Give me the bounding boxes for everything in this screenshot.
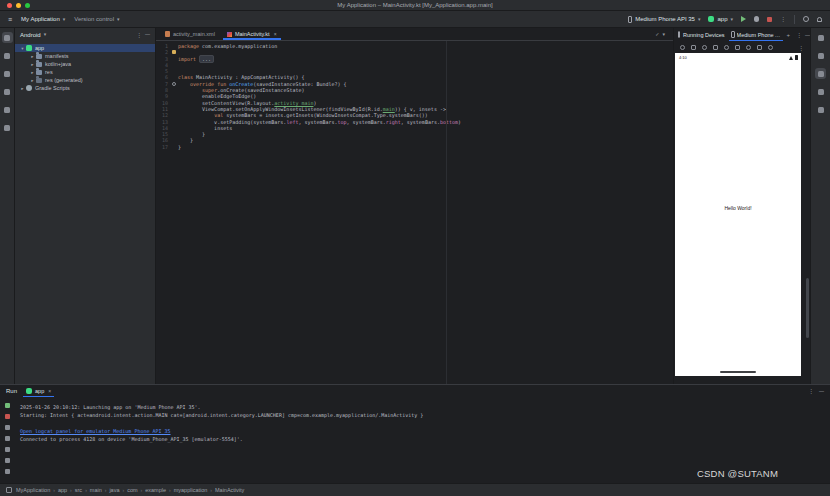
rerun-icon[interactable] xyxy=(3,401,12,409)
rotate-left-icon[interactable] xyxy=(713,45,718,50)
close-window-button[interactable] xyxy=(7,3,12,8)
vcs-widget[interactable]: Version control ▾ xyxy=(74,16,119,22)
device-tab[interactable]: Medium Phone API 35 xyxy=(728,28,784,41)
screenshot-icon[interactable] xyxy=(768,45,773,50)
breadcrumb-app[interactable]: app xyxy=(58,487,67,493)
breadcrumb-example[interactable]: example xyxy=(145,487,166,493)
tree-item-kotlin-java[interactable]: ▸kotlin+java xyxy=(15,60,155,68)
run-button[interactable] xyxy=(741,16,746,22)
hide-panel-icon[interactable]: — xyxy=(145,32,150,37)
kotlin-file-icon xyxy=(227,32,232,37)
add-device-button[interactable]: + xyxy=(787,32,791,38)
code-text: } xyxy=(178,144,181,150)
tool-windows-icon[interactable] xyxy=(6,487,12,493)
breadcrumb-main[interactable]: main xyxy=(90,487,102,493)
restart-activity-icon[interactable] xyxy=(3,423,12,431)
debug-button[interactable] xyxy=(754,16,759,22)
panel-options-icon[interactable]: ⋮ xyxy=(808,388,814,394)
tree-item-res[interactable]: ▸res xyxy=(15,68,155,76)
close-icon[interactable]: × xyxy=(48,388,51,394)
power-icon[interactable] xyxy=(680,45,685,50)
commit-icon[interactable] xyxy=(2,50,13,61)
main-menu-icon[interactable]: ≡ xyxy=(8,16,12,23)
folder-generated-icon xyxy=(36,78,42,83)
logcat-link[interactable]: Open logcat panel for emulator Medium Ph… xyxy=(20,427,830,435)
inspections-widget[interactable]: ✓ ▾ xyxy=(655,31,665,37)
breadcrumb-separator-icon: › xyxy=(141,487,143,493)
tree-collapsed-arrow-icon[interactable]: ▸ xyxy=(29,70,36,75)
bookmarks-icon[interactable] xyxy=(2,104,13,115)
project-view-selector[interactable]: Android xyxy=(20,32,41,38)
structure-icon[interactable] xyxy=(2,86,13,97)
stop-button[interactable] xyxy=(767,17,772,22)
pin-tab-icon[interactable] xyxy=(3,434,12,442)
code-lines: 1package com.example.myapplication23impo… xyxy=(156,43,673,150)
breadcrumb-separator-icon: › xyxy=(70,487,72,493)
run-configuration-selector[interactable]: app ▾ xyxy=(708,16,733,22)
minimize-window-button[interactable] xyxy=(16,3,21,8)
back-icon[interactable] xyxy=(735,45,740,50)
status-bar: MyApplication›app›src›main›java›com›exam… xyxy=(0,483,830,496)
stop-icon[interactable] xyxy=(3,412,12,420)
rotate-right-icon[interactable] xyxy=(724,45,729,50)
breadcrumb-separator-icon: › xyxy=(85,487,87,493)
device-selector[interactable]: Medium Phone API 35 ▾ xyxy=(628,16,700,23)
volume-up-icon[interactable] xyxy=(691,45,696,50)
zoom-window-button[interactable] xyxy=(25,3,30,8)
tree-collapsed-arrow-icon[interactable]: ▸ xyxy=(29,54,36,59)
close-icon[interactable]: × xyxy=(274,31,277,37)
app-insights-icon[interactable] xyxy=(815,104,826,115)
editor-tab-activity-main-xml[interactable]: activity_main.xml xyxy=(159,28,221,40)
home-icon[interactable] xyxy=(746,45,751,50)
device-manager-icon[interactable] xyxy=(815,86,826,97)
settings-gear-icon[interactable] xyxy=(803,16,809,22)
notifications-icon[interactable] xyxy=(815,32,826,43)
tree-item-res-generated-[interactable]: ▸res (generated) xyxy=(15,76,155,84)
next-occurrence-icon[interactable] xyxy=(3,456,12,464)
panel-options-icon[interactable]: ⋮ xyxy=(136,32,142,38)
editor-tab-mainactivity-kt[interactable]: MainActivity.kt× xyxy=(221,28,283,40)
breadcrumb-mainactivity[interactable]: MainActivity xyxy=(215,487,244,493)
tree-item-gradle-scripts[interactable]: ▸Gradle Scripts xyxy=(15,84,155,92)
tree-collapsed-arrow-icon[interactable]: ▸ xyxy=(19,86,26,91)
run-panel-header: Run app × ⋮ — xyxy=(0,385,830,397)
more-actions-icon[interactable]: ⋮ xyxy=(780,16,786,22)
scrollbar-thumb[interactable] xyxy=(806,278,809,338)
volume-down-icon[interactable] xyxy=(702,45,707,50)
next-occurrence-icon xyxy=(5,458,10,463)
tree-collapsed-arrow-icon[interactable]: ▸ xyxy=(29,62,36,67)
emulator-screen[interactable]: 4:10 Hello World! xyxy=(675,53,801,376)
hide-panel-icon[interactable]: — xyxy=(819,389,824,394)
code-editor[interactable]: 1package com.example.myapplication23impo… xyxy=(156,41,673,384)
tree-item-app[interactable]: ▾app xyxy=(15,44,155,52)
prev-occurrence-icon[interactable] xyxy=(3,445,12,453)
breadcrumb-java[interactable]: java xyxy=(109,487,119,493)
project-widget[interactable]: My Application ▾ xyxy=(21,16,65,22)
running-devices-icon[interactable] xyxy=(815,68,826,79)
code-line[interactable]: 17} xyxy=(156,144,673,150)
project-icon[interactable] xyxy=(2,32,13,43)
chevron-down-icon: ▾ xyxy=(117,17,120,22)
chevron-down-icon: ▾ xyxy=(63,17,66,22)
gradle-icon[interactable] xyxy=(815,50,826,61)
panel-options-icon[interactable]: ⋮ xyxy=(796,32,802,38)
run-tab-app[interactable]: app × xyxy=(22,385,55,397)
breadcrumb-src[interactable]: src xyxy=(75,487,82,493)
clear-console-icon[interactable] xyxy=(3,467,12,475)
app-module-icon xyxy=(26,45,32,51)
tree-expanded-arrow-icon[interactable]: ▾ xyxy=(19,46,26,51)
breadcrumb-com[interactable]: com xyxy=(127,487,137,493)
pull-requests-icon[interactable] xyxy=(2,68,13,79)
overview-icon[interactable] xyxy=(757,45,762,50)
run-panel-title: Run xyxy=(6,388,17,394)
more-icon[interactable]: ⋮ xyxy=(798,44,804,51)
breadcrumb-myapplication[interactable]: myapplication xyxy=(174,487,208,493)
wifi-icon xyxy=(789,56,793,60)
tree-collapsed-arrow-icon[interactable]: ▸ xyxy=(29,78,36,83)
console-line: 2025-01-26 20:10:12: Launching app on 'M… xyxy=(20,403,830,411)
breadcrumb-myapplication[interactable]: MyApplication xyxy=(16,487,50,493)
notifications-bell-icon[interactable] xyxy=(817,17,822,22)
build-icon[interactable] xyxy=(2,122,13,133)
home-icon xyxy=(746,45,751,50)
tree-item-manifests[interactable]: ▸manifests xyxy=(15,52,155,60)
